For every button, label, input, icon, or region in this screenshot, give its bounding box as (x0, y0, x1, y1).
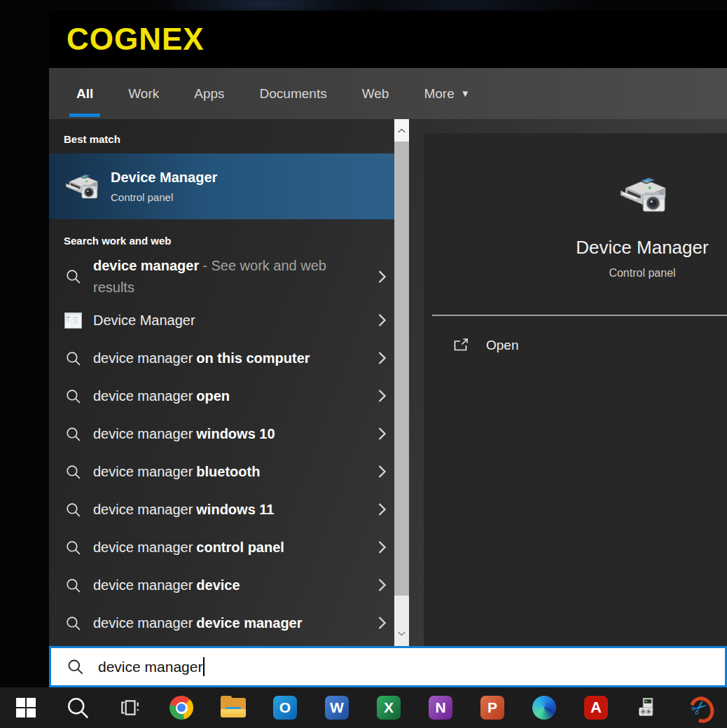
suggestion-text: device manageron this computer (93, 348, 310, 369)
cognex-banner: COGNEX (49, 11, 727, 68)
search-icon (64, 387, 82, 405)
cognex-insight-icon (636, 696, 660, 720)
preview-title: Device Manager (576, 237, 708, 259)
taskbar: O W X N P A ✂ (0, 687, 727, 728)
chrome-icon (169, 696, 193, 720)
word-icon: W (325, 696, 349, 720)
chevron-right-icon[interactable] (378, 313, 387, 327)
outlook-button[interactable]: O (259, 687, 311, 728)
chevron-right-icon[interactable] (378, 502, 387, 516)
text-caret (203, 657, 205, 676)
cognex-insight-button[interactable] (622, 687, 674, 728)
query-text: device manager (93, 258, 199, 273)
taskbar-search-button[interactable] (52, 687, 104, 728)
search-icon (64, 425, 82, 443)
word-button[interactable]: W (311, 687, 363, 728)
tab-web-label: Web (362, 86, 389, 102)
preview-panel: Device Manager Control panel Open (424, 133, 727, 646)
start-button[interactable] (0, 687, 52, 728)
scroll-down-button[interactable] (394, 621, 409, 646)
preview-subtitle: Control panel (609, 267, 675, 280)
task-view-button[interactable] (104, 687, 155, 728)
preview-area: Device Manager Control panel Open (409, 119, 727, 646)
suggestion-row[interactable]: device manageropen (49, 381, 394, 411)
excel-button[interactable]: X (363, 687, 415, 728)
scroll-up-button[interactable] (394, 119, 409, 142)
search-icon (65, 695, 90, 720)
tab-all-label: All (76, 86, 93, 102)
suggestion-text: device manageropen (93, 385, 230, 407)
chevron-right-icon[interactable] (378, 540, 387, 554)
suggestion-text: device managercontrol panel (93, 537, 284, 558)
suggestion-row[interactable]: device manageron this computer (49, 343, 394, 373)
open-label: Open (486, 338, 518, 353)
snipping-tool-button[interactable]: ✂ (674, 687, 726, 728)
edge-button[interactable] (518, 687, 570, 728)
best-match-subtitle: Control panel (111, 191, 217, 203)
results-list: Best match (49, 119, 394, 646)
suggestion-app-device-manager[interactable]: Device Manager (49, 305, 394, 335)
chrome-button[interactable] (155, 687, 207, 728)
tab-documents-label: Documents (260, 86, 327, 102)
chevron-right-icon[interactable] (378, 616, 387, 630)
best-match-header: Best match (49, 126, 394, 153)
task-view-icon (118, 696, 141, 719)
chevron-right-icon[interactable] (378, 427, 387, 441)
scrollbar-thumb[interactable] (394, 142, 409, 596)
tab-all[interactable]: All (74, 68, 96, 119)
search-icon (66, 657, 85, 676)
tab-apps[interactable]: Apps (191, 68, 227, 119)
tab-more-label: More (424, 86, 454, 102)
suggestion-row[interactable]: device managercontrol panel (49, 533, 394, 562)
search-input[interactable]: device manager (49, 646, 727, 687)
best-match-result[interactable]: Device Manager Control panel (49, 153, 394, 219)
suggestion-text: device managerwindows 10 (93, 423, 275, 445)
windows-logo-icon (16, 698, 36, 717)
chevron-right-icon[interactable] (378, 465, 387, 479)
suggestion-see-web-results[interactable]: device manager- See work and web results (49, 256, 394, 297)
chevron-right-icon[interactable] (378, 389, 387, 403)
search-query-text: device manager (98, 659, 202, 675)
search-icon (64, 462, 82, 481)
chevron-right-icon[interactable] (378, 351, 387, 365)
cognex-logo: COGNEX (67, 22, 205, 57)
chevron-right-icon[interactable] (378, 270, 387, 284)
snipping-tool-icon: ✂ (687, 695, 712, 720)
search-icon (64, 538, 82, 556)
chevron-right-icon[interactable] (378, 578, 387, 592)
open-action[interactable]: Open (424, 337, 727, 354)
file-explorer-button[interactable] (207, 687, 259, 728)
search-filter-tabs: All Work Apps Documents Web More ▼ (49, 68, 727, 119)
tab-web[interactable]: Web (359, 68, 392, 119)
search-flyout: COGNEX All Work Apps Documents Web More … (49, 11, 727, 687)
scrollbar[interactable] (394, 119, 409, 646)
suggestion-row[interactable]: device managerbluetooth (49, 457, 394, 486)
search-icon (64, 576, 82, 594)
outlook-icon: O (273, 696, 297, 720)
tab-documents[interactable]: Documents (257, 68, 330, 119)
tab-apps-label: Apps (194, 86, 224, 102)
suggestion-text: device managerbluetooth (93, 461, 260, 483)
powerpoint-button[interactable]: P (466, 687, 518, 728)
chevron-down-icon: ▼ (461, 88, 470, 99)
acrobat-button[interactable]: A (570, 687, 622, 728)
suggestion-row[interactable]: device managerdevice manager (49, 608, 394, 638)
suggestion-row[interactable]: device managerwindows 10 (49, 419, 394, 448)
edge-icon (532, 696, 556, 720)
search-icon (64, 614, 82, 632)
best-match-text: Device Manager Control panel (111, 170, 217, 203)
suggestion-text: device manager- See work and web results (93, 255, 340, 298)
search-icon (64, 268, 82, 286)
open-external-icon (452, 337, 469, 354)
powerpoint-icon: P (480, 696, 504, 720)
onenote-icon: N (429, 696, 452, 720)
suggestion-row[interactable]: device managerdevice (49, 570, 394, 600)
tab-more[interactable]: More ▼ (421, 68, 472, 119)
search-icon (64, 349, 82, 367)
suggestion-row[interactable]: device managerwindows 11 (49, 495, 394, 524)
device-manager-icon (616, 168, 669, 221)
tab-work[interactable]: Work (125, 68, 162, 119)
suggestion-text: device managerdevice manager (93, 612, 303, 634)
divider (432, 315, 727, 316)
onenote-button[interactable]: N (415, 687, 466, 728)
